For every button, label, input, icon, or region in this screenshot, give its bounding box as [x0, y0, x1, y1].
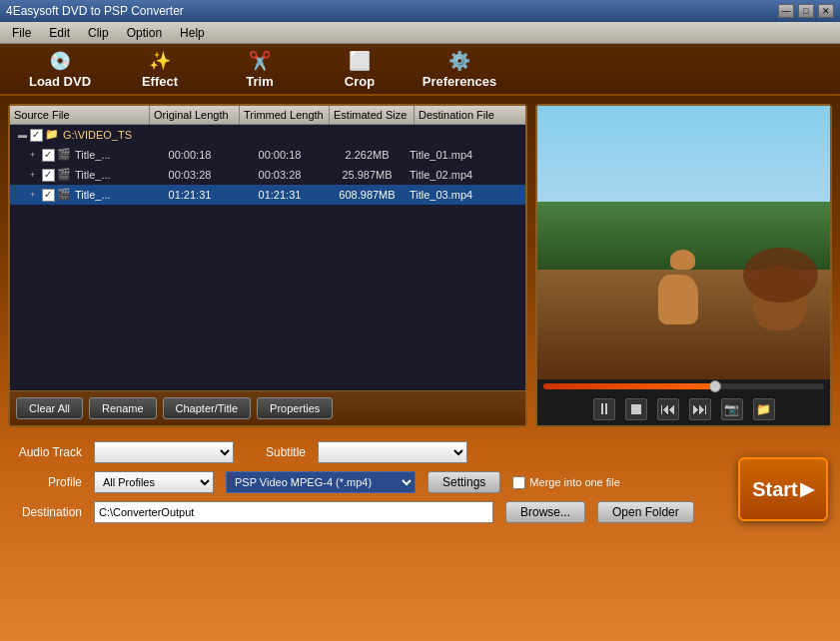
pause-button[interactable]: ⏸ — [593, 398, 615, 420]
expand-icon[interactable]: ▬ — [18, 130, 30, 140]
format-select[interactable]: PSP Video MPEG-4 (*.mp4) — [226, 471, 416, 493]
profile-select[interactable]: All Profiles — [94, 471, 214, 493]
properties-button[interactable]: Properties — [257, 397, 333, 419]
titlebar: 4Easysoft DVD to PSP Converter — □ ✕ — [0, 0, 840, 22]
table-row[interactable]: + 🎬 Title_... 00:03:28 00:03:28 25.987MB… — [10, 165, 525, 185]
maximize-button[interactable]: □ — [798, 4, 814, 18]
open-folder-button[interactable]: Open Folder — [597, 501, 694, 523]
row-checkbox[interactable] — [42, 189, 55, 202]
destination-input[interactable] — [94, 501, 493, 523]
folder-icon: 📁 — [45, 128, 61, 142]
expand-icon[interactable]: + — [30, 170, 42, 180]
rewind-button[interactable]: ⏮ — [657, 398, 679, 420]
subtitle-select[interactable] — [318, 441, 467, 463]
audio-track-label: Audio Track — [12, 445, 82, 459]
start-button[interactable]: Start ▶ — [738, 457, 828, 521]
progress-track[interactable] — [543, 383, 824, 389]
trim-button[interactable]: ✂️ Trim — [210, 47, 310, 91]
row-checkbox[interactable] — [42, 149, 55, 162]
screenshot-button[interactable]: 📷 — [721, 398, 743, 420]
file-icon: 🎬 — [57, 168, 73, 182]
file-panel: Source File Original Length Trimmed Leng… — [8, 104, 527, 427]
file-tree: ▬ 📁 G:\VIDEO_TS + 🎬 Title_... 00:00:18 0… — [10, 125, 525, 390]
expand-icon[interactable]: + — [30, 190, 42, 200]
close-button[interactable]: ✕ — [818, 4, 834, 18]
clear-all-button[interactable]: Clear All — [16, 397, 83, 419]
merge-check: Merge into one file — [512, 476, 620, 489]
table-row[interactable]: ▬ 📁 G:\VIDEO_TS — [10, 125, 525, 145]
file-label: Title_... — [75, 149, 145, 161]
subtitle-label: Subtitle — [266, 445, 306, 459]
start-label: Start — [752, 478, 798, 501]
browse-button[interactable]: Browse... — [505, 501, 585, 523]
preview-progress-bar — [537, 379, 830, 393]
app-title: 4Easysoft DVD to PSP Converter — [6, 4, 184, 18]
destination-label: Destination — [12, 505, 82, 519]
header-trimmed: Trimmed Length — [240, 106, 330, 124]
rename-button[interactable]: Rename — [89, 397, 157, 419]
destination-file: Title_02.mp4 — [410, 169, 523, 181]
menu-help[interactable]: Help — [172, 24, 213, 42]
table-row[interactable]: + 🎬 Title_... 00:00:18 00:00:18 2.262MB … — [10, 145, 525, 165]
menu-file[interactable]: File — [4, 24, 39, 42]
header-destination: Destination File — [415, 106, 525, 124]
row-checkbox[interactable] — [42, 169, 55, 182]
expand-icon[interactable]: + — [30, 150, 42, 160]
merge-label: Merge into one file — [529, 476, 620, 488]
folder-button[interactable]: 📁 — [753, 398, 775, 420]
profile-label: Profile — [12, 475, 82, 489]
crop-button[interactable]: ⬜ Crop — [310, 47, 410, 91]
header-source: Source File — [10, 106, 150, 124]
file-table-header: Source File Original Length Trimmed Leng… — [10, 106, 525, 125]
destination-file: Title_03.mp4 — [410, 189, 523, 201]
trimmed-length: 01:21:31 — [235, 189, 325, 201]
row-checkbox[interactable] — [30, 129, 43, 142]
file-icon: 🎬 — [57, 148, 73, 162]
original-length: 01:21:31 — [145, 189, 235, 201]
start-arrow-icon: ▶ — [800, 478, 814, 500]
audio-subtitle-row: Audio Track Subtitle — [12, 441, 828, 463]
menubar: File Edit Clip Option Help — [0, 22, 840, 44]
file-label: Title_... — [75, 189, 145, 201]
progress-fill — [543, 383, 712, 389]
preview-video — [537, 106, 830, 379]
window-controls: — □ ✕ — [778, 4, 834, 18]
minimize-button[interactable]: — — [778, 4, 794, 18]
original-length: 00:03:28 — [145, 169, 235, 181]
settings-button[interactable]: Settings — [427, 471, 500, 493]
trimmed-length: 00:03:28 — [235, 169, 325, 181]
table-row[interactable]: + 🎬 Title_... 01:21:31 01:21:31 608.987M… — [10, 185, 525, 205]
preview-panel: ⏸ ⏹ ⏮ ⏭ 📷 📁 — [535, 104, 832, 427]
file-label: Title_... — [75, 169, 145, 181]
estimated-size: 2.262MB — [325, 149, 410, 161]
chapter-title-button[interactable]: Chapter/Title — [163, 397, 252, 419]
bottom-section: Audio Track Subtitle Profile All Profile… — [0, 435, 840, 529]
trimmed-length: 00:00:18 — [235, 149, 325, 161]
estimated-size: 25.987MB — [325, 169, 410, 181]
preferences-button[interactable]: ⚙️ Preferences — [410, 47, 509, 91]
main-content: Source File Original Length Trimmed Leng… — [0, 96, 840, 435]
preview-controls: ⏸ ⏹ ⏮ ⏭ 📷 📁 — [537, 393, 830, 425]
header-estimated: Estimated Size — [330, 106, 415, 124]
merge-checkbox[interactable] — [512, 476, 525, 489]
profile-row: Profile All Profiles PSP Video MPEG-4 (*… — [12, 471, 828, 493]
load-dvd-button[interactable]: 💿 Load DVD — [10, 47, 110, 91]
destination-file: Title_01.mp4 — [410, 149, 523, 161]
menu-edit[interactable]: Edit — [41, 24, 78, 42]
toolbar: 💿 Load DVD ✨ Effect ✂️ Trim ⬜ Crop ⚙️ Pr… — [0, 44, 840, 96]
folder-label: G:\VIDEO_TS — [63, 129, 133, 141]
forward-button[interactable]: ⏭ — [689, 398, 711, 420]
stop-button[interactable]: ⏹ — [625, 398, 647, 420]
file-panel-buttons: Clear All Rename Chapter/Title Propertie… — [10, 390, 525, 425]
effect-button[interactable]: ✨ Effect — [110, 47, 210, 91]
audio-track-select[interactable] — [94, 441, 234, 463]
menu-clip[interactable]: Clip — [80, 24, 117, 42]
estimated-size: 608.987MB — [325, 189, 410, 201]
bottom-wrapper: Audio Track Subtitle Profile All Profile… — [0, 435, 840, 529]
progress-thumb[interactable] — [709, 380, 721, 392]
menu-option[interactable]: Option — [119, 24, 170, 42]
header-original: Original Length — [150, 106, 240, 124]
video-content — [537, 106, 830, 379]
destination-row: Destination Browse... Open Folder — [12, 501, 828, 523]
file-icon: 🎬 — [57, 188, 73, 202]
